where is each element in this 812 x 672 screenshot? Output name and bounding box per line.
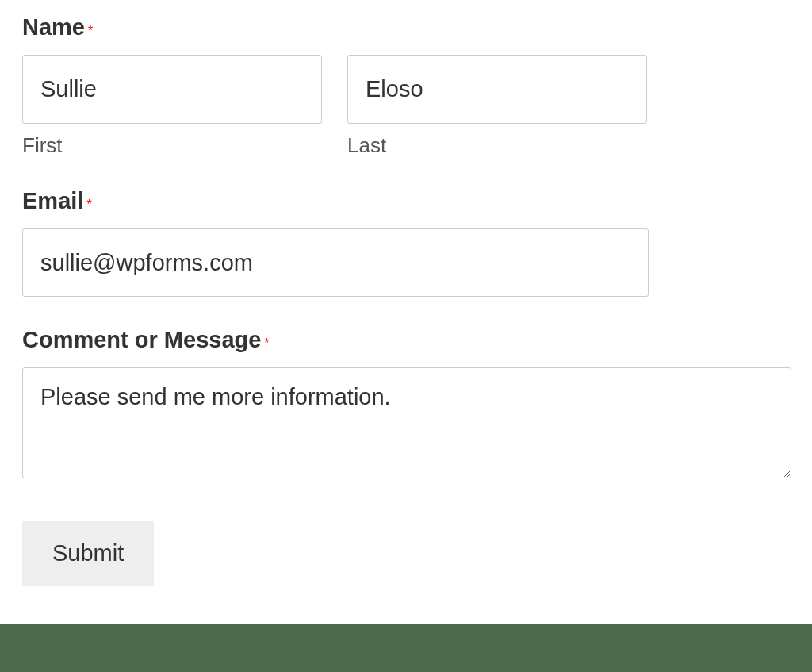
email-input[interactable] <box>22 228 649 297</box>
email-field-group: Email* <box>22 188 790 297</box>
name-row: First Last <box>22 55 790 158</box>
required-asterisk: * <box>86 198 91 211</box>
last-name-input[interactable] <box>347 55 647 124</box>
first-name-sublabel: First <box>22 133 322 158</box>
first-name-col: First <box>22 55 322 158</box>
name-field-group: Name* First Last <box>22 14 790 158</box>
email-label: Email <box>22 188 83 214</box>
footer-bar <box>0 624 812 672</box>
message-textarea[interactable] <box>22 367 791 478</box>
required-asterisk: * <box>88 24 93 37</box>
message-field-group: Comment or Message* <box>22 327 790 482</box>
message-label: Comment or Message <box>22 327 261 353</box>
name-label: Name <box>22 14 85 40</box>
submit-button[interactable]: Submit <box>22 521 154 586</box>
last-name-col: Last <box>347 55 647 158</box>
required-asterisk: * <box>264 336 269 350</box>
last-name-sublabel: Last <box>347 133 647 158</box>
contact-form: Name* First Last Email* Comment or Messa… <box>0 0 812 609</box>
first-name-input[interactable] <box>22 55 322 124</box>
